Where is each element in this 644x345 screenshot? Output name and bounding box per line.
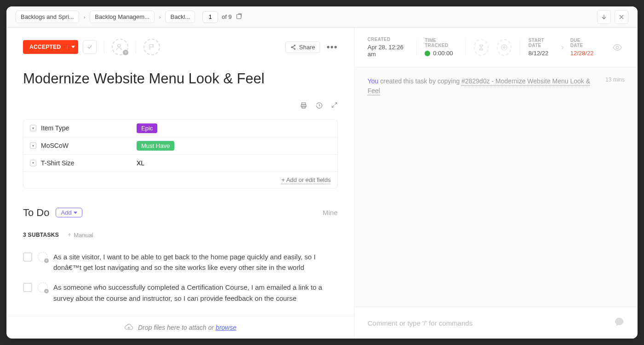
page-input[interactable] (202, 11, 218, 23)
subtask-item[interactable]: As someone who successfully completed a … (23, 277, 338, 308)
svg-point-5 (294, 48, 295, 49)
svg-marker-9 (74, 211, 77, 214)
chevron-down-icon: ▾ (30, 142, 36, 149)
flag-button[interactable] (144, 39, 160, 55)
divider (104, 41, 104, 53)
subtask-assign-icon[interactable] (38, 252, 48, 262)
right-panel: CREATED Apr 28, 12:26 am TIME TRACKED 0:… (355, 28, 638, 339)
task-title[interactable]: Modernize Website Menu Look & Feel (23, 70, 338, 88)
svg-point-4 (291, 47, 292, 47)
chevron-right-icon: › (84, 14, 86, 20)
send-icon[interactable] (614, 316, 625, 329)
complete-button[interactable] (83, 40, 97, 54)
svg-rect-0 (236, 14, 241, 18)
print-icon[interactable] (300, 102, 307, 111)
badge-epic: Epic (137, 123, 157, 133)
status-dropdown-icon[interactable] (67, 45, 78, 49)
badge-must-have: Must Have (137, 141, 174, 151)
topbar: Backlogs and Spri... › Backlog Managem..… (6, 6, 638, 28)
field-row-item-type[interactable]: ▾ Item Type Epic (23, 120, 337, 137)
modal-body: ACCEPTED + (6, 28, 638, 339)
activity-item: You created this task by copying #2829d0… (368, 76, 625, 96)
chevron-right-icon: › (159, 14, 161, 20)
breadcrumb-item-1[interactable]: Backlog Managem... (90, 11, 155, 23)
todo-section-head: To Do Add Mine (23, 207, 338, 219)
assignee-button[interactable]: + (112, 39, 128, 55)
star-button[interactable] (497, 39, 512, 56)
comment-input[interactable] (368, 319, 608, 327)
subtasks-sort[interactable]: Manual (67, 232, 93, 239)
expand-icon[interactable] (331, 102, 338, 111)
subtask-text: As someone who successfully completed a … (53, 282, 338, 304)
dropzone[interactable]: Drop files here to attach or browse (6, 316, 354, 339)
share-label: Share (299, 44, 315, 51)
divider (416, 40, 417, 55)
meta-start-date[interactable]: START DATE 8/12/22 (529, 38, 555, 57)
play-indicator-icon[interactable] (425, 51, 430, 56)
subtask-assign-icon[interactable] (38, 282, 48, 292)
svg-point-2 (118, 44, 121, 47)
subtask-item[interactable]: As a site visitor, I want to be able to … (23, 247, 338, 278)
meta-created: CREATED Apr 28, 12:26 am (368, 37, 408, 58)
add-todo-button[interactable]: Add (56, 208, 82, 217)
left-panel: ACCEPTED + (6, 28, 355, 339)
divider (520, 40, 520, 55)
task-toolbar: ACCEPTED + (23, 39, 338, 55)
left-scroll[interactable]: ACCEPTED + (6, 28, 354, 316)
page-total: of 9 (222, 13, 232, 20)
field-label: ▾ T-Shirt Size (23, 155, 130, 171)
custom-fields: ▾ Item Type Epic ▾ MoSCoW Must Have (23, 119, 338, 188)
divider (136, 41, 136, 53)
comment-box (355, 307, 638, 339)
more-button[interactable]: ••• (327, 42, 338, 53)
history-icon[interactable] (316, 102, 323, 111)
activity-text: You created this task by copying #2829d0… (368, 76, 596, 96)
subtask-text: As a site visitor, I want to be able to … (53, 251, 338, 273)
breadcrumb: Backlogs and Spri... › Backlog Managem..… (16, 11, 244, 23)
activity-time: 13 mins (605, 76, 625, 83)
watch-button[interactable] (610, 39, 625, 56)
svg-point-3 (294, 45, 295, 46)
field-row-tshirt[interactable]: ▾ T-Shirt Size XL (23, 155, 337, 171)
subtask-checkbox[interactable] (23, 252, 32, 262)
activity-feed: You created this task by copying #2829d0… (355, 67, 638, 307)
open-new-icon[interactable] (236, 13, 244, 21)
minimize-button[interactable] (597, 10, 611, 24)
status-button[interactable]: ACCEPTED (23, 40, 78, 54)
add-edit-fields[interactable]: + Add or edit fields (23, 171, 337, 188)
share-button[interactable]: Share (285, 41, 320, 53)
window-buttons (597, 10, 628, 24)
task-modal: Backlogs and Spri... › Backlog Managem..… (6, 6, 638, 339)
close-button[interactable] (615, 10, 628, 24)
field-value[interactable]: XL (130, 156, 337, 170)
dropzone-text: Drop files here to attach or browse (138, 324, 236, 331)
field-label: ▾ Item Type (23, 120, 130, 136)
breadcrumb-item-0[interactable]: Backlogs and Spri... (16, 11, 79, 23)
meta-due-date[interactable]: DUE DATE 12/28/22 (570, 38, 594, 57)
meta-bar: CREATED Apr 28, 12:26 am TIME TRACKED 0:… (355, 28, 638, 67)
chevron-right-icon: › (561, 42, 564, 52)
svg-marker-1 (71, 46, 75, 48)
field-label: ▾ MoSCoW (23, 137, 130, 154)
mine-toggle[interactable]: Mine (322, 209, 338, 216)
chevron-down-icon: ▾ (30, 160, 36, 166)
toolbar-right: Share ••• (285, 41, 338, 53)
title-actions (23, 102, 338, 111)
svg-point-11 (616, 46, 619, 49)
subtask-checkbox[interactable] (23, 283, 32, 292)
chevron-down-icon: ▾ (30, 125, 36, 131)
field-value[interactable]: Epic (130, 120, 337, 137)
hourglass-button[interactable] (474, 39, 489, 56)
field-row-moscow[interactable]: ▾ MoSCoW Must Have (23, 137, 337, 155)
subtasks-count: 3 SUBTASKS (23, 232, 59, 238)
browse-link[interactable]: browse (216, 324, 236, 331)
pager: of 9 (202, 11, 244, 23)
meta-time-tracked[interactable]: TIME TRACKED 0:00:00 (425, 38, 456, 57)
subtasks-header: 3 SUBTASKS Manual (23, 232, 338, 239)
todo-title: To Do (23, 207, 49, 219)
status-label: ACCEPTED (23, 40, 67, 54)
breadcrumb-item-2[interactable]: Backl... (165, 11, 195, 23)
divider (465, 40, 466, 55)
field-value[interactable]: Must Have (130, 137, 337, 154)
